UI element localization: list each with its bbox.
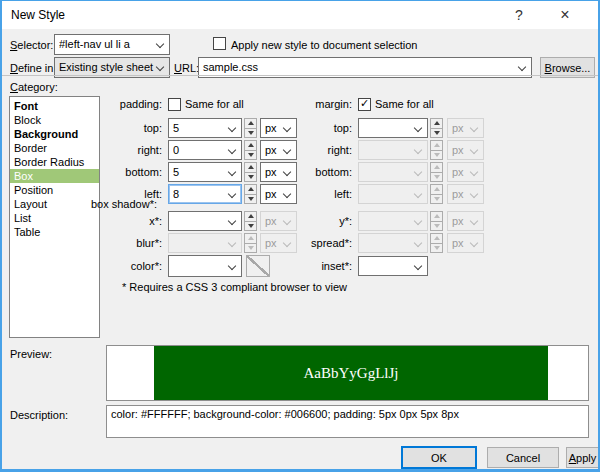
url-label: URL:: [174, 62, 199, 74]
shadow-x-label: x*:: [106, 215, 162, 227]
category-listbox: Font Block Background Border Border Radi…: [9, 96, 100, 338]
padding-bottom-spinner[interactable]: [244, 162, 257, 182]
chevron-down-icon: [470, 146, 478, 154]
margin-label: margin:: [292, 98, 352, 110]
selector-value: #left-nav ul li a: [59, 38, 155, 50]
spinner-down-icon: [430, 150, 443, 161]
spinner-down-icon: [430, 172, 443, 183]
chevron-down-icon: [283, 124, 291, 132]
shadow-inset-label: inset*:: [292, 260, 352, 272]
shadow-spread-value-combo: [358, 233, 428, 253]
shadow-spread-label: spread*:: [292, 237, 352, 249]
preview-label: Preview:: [10, 348, 52, 360]
category-label: Category:: [10, 81, 58, 93]
description-text: color: #FFFFFF; background-color: #00660…: [107, 406, 588, 422]
margin-bottom-spinner: [430, 162, 443, 182]
padding-left-spinner[interactable]: [244, 184, 257, 204]
chevron-down-icon: [414, 239, 422, 247]
ok-button[interactable]: OK: [401, 446, 477, 469]
category-item-border-radius[interactable]: Border Radius: [10, 155, 99, 169]
margin-left-unit-combo: px: [447, 184, 484, 204]
apply-button[interactable]: Apply: [566, 447, 599, 468]
spinner-down-icon: [244, 194, 257, 205]
box-shadow-label: box shadow*:: [62, 198, 157, 210]
chevron-down-icon: [414, 217, 422, 225]
shadow-blur-spinner: [244, 233, 257, 253]
shadow-spread-unit-combo: px: [447, 233, 484, 253]
category-item-box[interactable]: Box: [10, 169, 99, 183]
description-label: Description:: [10, 409, 68, 421]
padding-left-value-combo[interactable]: 8: [168, 184, 242, 204]
padding-bottom-value-combo[interactable]: 5: [168, 162, 242, 182]
spinner-down-icon: [430, 243, 443, 254]
shadow-y-label: y*:: [292, 215, 352, 227]
shadow-color-label: color*:: [106, 260, 162, 272]
chevron-down-icon: [228, 146, 236, 154]
margin-bottom-unit-combo: px: [447, 162, 484, 182]
margin-bottom-label: bottom:: [292, 166, 352, 178]
padding-label: padding:: [106, 98, 162, 110]
selector-combobox[interactable]: #left-nav ul li a: [54, 34, 170, 55]
chevron-down-icon: [414, 168, 422, 176]
chevron-down-icon: [228, 262, 236, 270]
shadow-y-value-combo: [358, 211, 428, 231]
category-item-font[interactable]: Font: [10, 99, 99, 113]
chevron-down-icon: [228, 168, 236, 176]
shadow-x-value-combo[interactable]: [168, 211, 242, 231]
margin-bottom-value-combo: [358, 162, 428, 182]
shadow-y-spinner: [430, 211, 443, 231]
chevron-down-icon: [228, 124, 236, 132]
color-swatch-button: [246, 255, 270, 277]
chevron-down-icon: [283, 217, 291, 225]
margin-left-label: left:: [292, 188, 352, 200]
padding-right-value-combo[interactable]: 0: [168, 140, 242, 160]
define-in-value: Existing style sheet: [59, 61, 155, 73]
css3-footnote: * Requires a CSS 3 compliant browser to …: [122, 281, 347, 293]
category-item-block[interactable]: Block: [10, 113, 99, 127]
margin-left-value-combo: [358, 184, 428, 204]
margin-right-spinner: [430, 140, 443, 160]
margin-same-checkbox[interactable]: ✓: [358, 98, 371, 111]
close-icon[interactable]: ×: [550, 4, 580, 26]
define-in-label: Define in:: [10, 62, 56, 74]
category-item-position[interactable]: Position: [10, 183, 99, 197]
padding-top-spinner[interactable]: [244, 118, 257, 138]
shadow-x-spinner[interactable]: [244, 211, 257, 231]
url-value: sample.css: [203, 61, 517, 73]
spinner-down-icon: [244, 150, 257, 161]
new-style-dialog: New Style ? × Selector: #left-nav ul li …: [0, 0, 600, 472]
apply-style-checkbox-label: Apply new style to document selection: [231, 39, 418, 51]
help-icon[interactable]: ?: [504, 4, 534, 26]
chevron-down-icon: [414, 190, 422, 198]
category-item-table[interactable]: Table: [10, 225, 99, 239]
padding-bottom-label: bottom:: [106, 166, 162, 178]
margin-right-unit-combo: px: [447, 140, 484, 160]
cancel-button[interactable]: Cancel: [487, 447, 559, 468]
padding-same-checkbox[interactable]: [168, 98, 181, 111]
chevron-down-icon: [283, 168, 291, 176]
category-item-list[interactable]: List: [10, 211, 99, 225]
spinner-down-icon: [430, 128, 443, 139]
margin-left-spinner: [430, 184, 443, 204]
padding-right-spinner[interactable]: [244, 140, 257, 160]
category-item-border[interactable]: Border: [10, 141, 99, 155]
margin-top-label: top:: [292, 122, 352, 134]
apply-style-checkbox[interactable]: [213, 37, 226, 50]
shadow-color-combo[interactable]: [168, 255, 242, 277]
category-item-background[interactable]: Background: [10, 127, 99, 141]
preview-sample: AaBbYyGgLlJj: [154, 346, 548, 400]
chevron-down-icon: [414, 146, 422, 154]
chevron-down-icon: [518, 63, 526, 71]
chevron-down-icon: [470, 124, 478, 132]
header-separator: [2, 75, 598, 76]
padding-top-value-combo[interactable]: 5: [168, 118, 242, 138]
chevron-down-icon: [470, 239, 478, 247]
spinner-down-icon: [244, 172, 257, 183]
chevron-down-icon: [156, 40, 164, 48]
margin-top-spinner[interactable]: [430, 118, 443, 138]
margin-same-label: Same for all: [375, 98, 434, 110]
shadow-inset-combo[interactable]: [358, 256, 428, 276]
margin-top-value-combo[interactable]: [358, 118, 428, 138]
spinner-down-icon: [430, 221, 443, 232]
spinner-down-icon: [244, 128, 257, 139]
